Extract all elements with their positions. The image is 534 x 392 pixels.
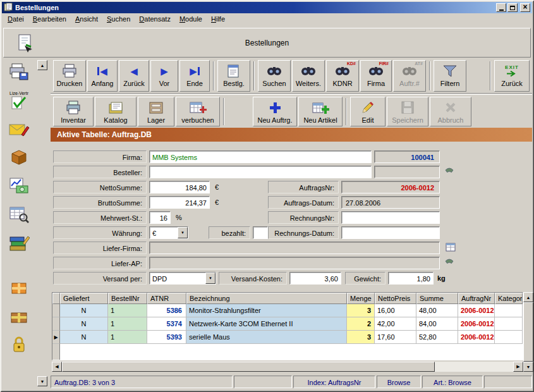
- sidebar-item-package[interactable]: [5, 276, 33, 300]
- cell-nettopreis[interactable]: 16,00: [375, 304, 416, 317]
- sidebar-scroll-down-button[interactable]: ▼: [37, 376, 47, 386]
- sidebar-item-mail-edit[interactable]: [5, 118, 33, 142]
- sidebar-item-books-edit[interactable]: [5, 231, 33, 255]
- versand-kosten-input[interactable]: 3,60: [289, 272, 341, 285]
- liefer-ap-lookup-button[interactable]: [444, 257, 455, 269]
- col-header-kategorie[interactable]: Kategorie: [495, 293, 523, 304]
- table-row[interactable]: N 1 5386 Monitor-Strahlungsfilter 3 16,0…: [52, 304, 523, 317]
- first-record-button[interactable]: ◀ Anfang: [87, 60, 118, 92]
- rechnungsnr-input[interactable]: [341, 211, 440, 224]
- cell-kategorie[interactable]: [495, 317, 523, 331]
- firma-input[interactable]: MMB Systems: [149, 150, 372, 163]
- sidebar-item-print-export[interactable]: [5, 61, 33, 85]
- close-button[interactable]: ×: [520, 3, 530, 12]
- cell-nettopreis[interactable]: 17,60: [375, 331, 416, 344]
- horizontal-scroll-thumb[interactable]: [62, 362, 435, 372]
- save-button[interactable]: Speichern: [387, 97, 428, 126]
- liefer-firma-lookup-button[interactable]: [445, 242, 456, 254]
- maximize-button[interactable]: [507, 3, 518, 12]
- cell-kategorie[interactable]: [495, 304, 523, 317]
- bestellung-button[interactable]: Bestlg.: [217, 60, 250, 92]
- col-header-nettopreis[interactable]: NettoPreis: [375, 293, 416, 304]
- grid-vertical-scrollbar[interactable]: ▲ ▼: [523, 292, 533, 372]
- menu-bearbeiten[interactable]: Bearbeiten: [28, 14, 71, 25]
- edit-button[interactable]: Edit: [350, 97, 385, 126]
- new-article-button[interactable]: Neu Artikel: [298, 97, 343, 126]
- gewicht-input[interactable]: 1,80: [388, 272, 434, 285]
- cell-nettopreis[interactable]: 42,00: [375, 317, 416, 331]
- cell-kategorie[interactable]: [495, 331, 523, 344]
- new-order-button[interactable]: Neu Auftrg.: [253, 97, 297, 126]
- mehrwertsteuer-input[interactable]: 16: [149, 211, 171, 224]
- liefer-ap-field[interactable]: [149, 257, 440, 269]
- waehrung-select[interactable]: € ▼: [149, 226, 188, 239]
- cell-auftragnr[interactable]: 2006-0012: [458, 317, 495, 331]
- auftrags-datum-field[interactable]: 27.08.2006: [341, 196, 440, 209]
- cell-bestellnr[interactable]: 1: [108, 304, 147, 317]
- cancel-button[interactable]: Abbruch: [430, 97, 471, 126]
- rechnungs-datum-input[interactable]: [341, 226, 440, 239]
- col-header-summe[interactable]: Summe: [416, 293, 458, 304]
- cell-auftragnr[interactable]: 2006-0012: [458, 331, 495, 344]
- scroll-left-button[interactable]: ◀: [52, 362, 62, 372]
- menu-ansicht[interactable]: Ansicht: [71, 14, 102, 25]
- cell-bezeichnung[interactable]: Netzwerk-Karte 3COM Ethernet II: [186, 317, 347, 331]
- versand-per-select[interactable]: DPD ▼: [149, 272, 216, 285]
- besteller-lookup-button[interactable]: [444, 166, 455, 178]
- cell-bestellnr[interactable]: 1: [108, 317, 147, 331]
- cell-bestellnr[interactable]: 1: [108, 331, 147, 344]
- verbuchen-button[interactable]: verbuchen: [176, 97, 220, 126]
- scroll-up-button[interactable]: ▲: [523, 292, 533, 302]
- vertical-scroll-thumb[interactable]: [523, 302, 533, 362]
- sidebar-item-table-search[interactable]: [5, 203, 33, 227]
- grid-horizontal-scrollbar[interactable]: ◀ ▶: [52, 362, 523, 372]
- sidebar-item-box[interactable]: [5, 146, 33, 170]
- dropdown-button[interactable]: ▼: [205, 273, 215, 284]
- scroll-right-button[interactable]: ▶: [513, 362, 523, 372]
- search-next-button[interactable]: Weiters.: [292, 60, 325, 92]
- cell-bezeichnung[interactable]: serielle Maus: [186, 331, 347, 344]
- exit-button[interactable]: EXIT Zurück: [494, 60, 530, 92]
- cell-geliefert[interactable]: N: [60, 331, 108, 344]
- bruttosumme-input[interactable]: 214,37: [149, 196, 210, 209]
- cell-menge[interactable]: 3: [347, 331, 375, 344]
- sidebar-item-lock[interactable]: [5, 333, 33, 357]
- cell-atnr[interactable]: 5374: [147, 317, 186, 331]
- last-record-button[interactable]: ▶ Ende: [179, 60, 210, 92]
- cell-summe[interactable]: 52,80: [416, 331, 458, 344]
- col-header-atnr[interactable]: ATNR: [147, 293, 186, 304]
- menu-hilfe[interactable]: Hilfe: [207, 14, 229, 25]
- cell-geliefert[interactable]: N: [60, 304, 108, 317]
- cell-menge[interactable]: 3: [347, 304, 375, 317]
- sidebar-scroll-up-button[interactable]: ▲: [37, 60, 47, 70]
- search-kdnr-button[interactable]: KD# KDNR: [326, 60, 359, 92]
- sidebar-item-stats-money[interactable]: [5, 175, 33, 199]
- search-button[interactable]: Suchen: [258, 60, 291, 92]
- cell-menge[interactable]: 2: [347, 317, 375, 331]
- search-firma-button[interactable]: FIR# Firma: [360, 60, 392, 92]
- lager-button[interactable]: Lager: [138, 97, 174, 126]
- menu-datei[interactable]: Datei: [3, 14, 28, 25]
- table-row-selected[interactable]: ▶ N 1 5393 serielle Maus 3 17,60 52,80 2…: [52, 331, 523, 344]
- sidebar-item-gift[interactable]: [5, 305, 33, 329]
- next-record-button[interactable]: ▶ Vor: [150, 60, 178, 92]
- search-auftragnr-button[interactable]: AT# Auftr.#: [393, 60, 426, 92]
- filter-button[interactable]: Filtern: [434, 60, 466, 92]
- col-header-bestellnr[interactable]: BestellNr: [108, 293, 147, 304]
- menu-datensatz[interactable]: Datensatz: [135, 14, 175, 25]
- besteller-id-field[interactable]: [374, 166, 440, 178]
- bezahlt-input[interactable]: [253, 226, 268, 239]
- cell-bezeichnung[interactable]: Monitor-Strahlungsfilter: [186, 304, 347, 317]
- col-header-bezeichnung[interactable]: Bezeichnung: [186, 293, 347, 304]
- prev-record-button[interactable]: ◀ Zurück: [119, 60, 149, 92]
- col-header-menge[interactable]: Menge: [347, 293, 375, 304]
- katalog-button[interactable]: Katalog: [95, 97, 137, 126]
- cell-auftragnr[interactable]: 2006-0012: [458, 304, 495, 317]
- col-header-geliefert[interactable]: Geliefert: [60, 293, 108, 304]
- scroll-down-button[interactable]: ▼: [523, 362, 533, 372]
- liefer-firma-field[interactable]: [149, 242, 440, 254]
- menu-suchen[interactable]: Suchen: [102, 14, 135, 25]
- col-header-auftragnr[interactable]: AuftragNr: [458, 293, 495, 304]
- cell-geliefert[interactable]: N: [60, 317, 108, 331]
- firma-id-field[interactable]: 100041: [374, 150, 440, 163]
